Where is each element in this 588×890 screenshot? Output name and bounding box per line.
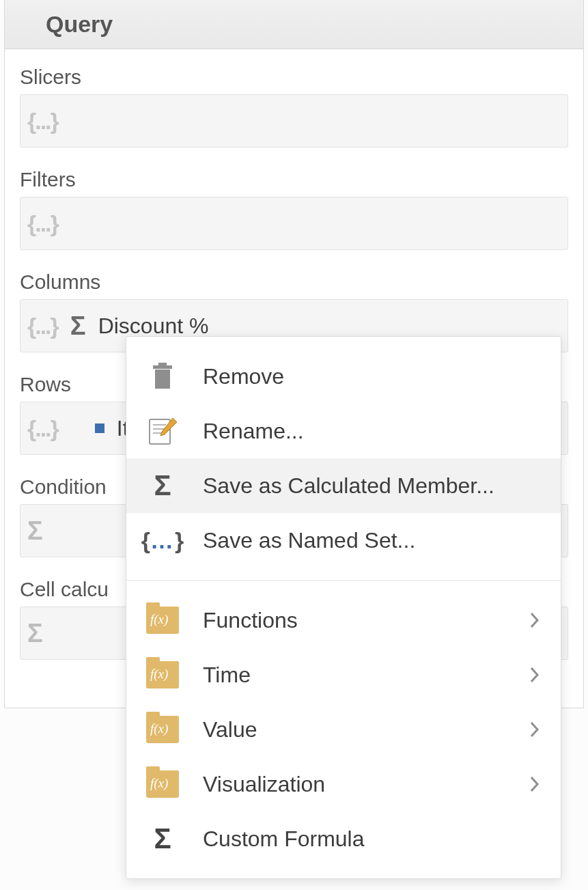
menu-value-label: Value <box>203 717 257 742</box>
panel-title: Query <box>46 11 113 38</box>
columns-label: Columns <box>20 270 568 294</box>
folder-fx-icon: f(x) <box>145 769 180 799</box>
panel-header: Query <box>5 0 583 49</box>
slicers-section: Slicers {...} <box>20 66 568 148</box>
sigma-icon: Σ <box>70 311 86 341</box>
trash-icon <box>145 361 180 391</box>
folder-fx-icon: f(x) <box>145 605 180 635</box>
menu-visualization-label: Visualization <box>203 772 325 797</box>
filters-label: Filters <box>20 168 568 191</box>
context-menu: Remove Rename... Σ Save as Calculated Me… <box>126 336 561 879</box>
filters-dropzone[interactable]: {...} <box>20 197 568 250</box>
menu-custom-formula-label: Custom Formula <box>203 826 365 852</box>
svg-rect-1 <box>153 365 172 369</box>
menu-time[interactable]: f(x) Time <box>126 648 561 702</box>
menu-value[interactable]: f(x) Value <box>126 702 561 757</box>
menu-save-calc-member[interactable]: Σ Save as Calculated Member... <box>126 458 561 513</box>
filters-section: Filters {...} <box>20 168 568 250</box>
braces-icon: {...} <box>27 210 58 237</box>
sigma-icon: Σ <box>27 619 43 648</box>
sigma-icon: Σ <box>27 516 43 546</box>
named-set-icon: {…} <box>145 525 180 555</box>
menu-custom-formula[interactable]: Σ Custom Formula <box>126 811 561 866</box>
hierarchy-icon <box>95 423 104 433</box>
menu-time-label: Time <box>203 663 251 688</box>
menu-visualization[interactable]: f(x) Visualization <box>126 757 561 811</box>
svg-rect-0 <box>155 370 170 389</box>
slicers-label: Slicers <box>20 66 568 89</box>
folder-fx-icon: f(x) <box>145 660 180 690</box>
menu-functions-label: Functions <box>203 608 298 633</box>
menu-separator <box>126 580 561 581</box>
sigma-icon: Σ <box>145 471 180 501</box>
menu-functions[interactable]: f(x) Functions <box>126 593 561 648</box>
menu-save-calc-member-label: Save as Calculated Member... <box>203 473 494 499</box>
columns-item[interactable]: Discount % <box>98 314 209 339</box>
menu-save-named-set-label: Save as Named Set... <box>203 528 415 553</box>
braces-icon: {...} <box>27 415 58 442</box>
menu-rename[interactable]: Rename... <box>126 404 561 458</box>
folder-fx-icon: f(x) <box>145 714 180 745</box>
sigma-icon: Σ <box>145 824 180 854</box>
chevron-right-icon <box>529 721 540 738</box>
braces-icon: {...} <box>27 108 58 135</box>
menu-remove-label: Remove <box>203 364 284 389</box>
chevron-right-icon <box>529 611 540 629</box>
chevron-right-icon <box>529 666 540 684</box>
menu-rename-label: Rename... <box>203 419 304 444</box>
svg-rect-2 <box>158 363 167 365</box>
menu-save-named-set[interactable]: {…} Save as Named Set... <box>126 513 561 568</box>
slicers-dropzone[interactable]: {...} <box>20 94 568 148</box>
chevron-right-icon <box>529 775 540 793</box>
braces-icon: {...} <box>27 313 58 339</box>
menu-remove[interactable]: Remove <box>126 349 561 404</box>
rename-icon <box>145 416 180 446</box>
